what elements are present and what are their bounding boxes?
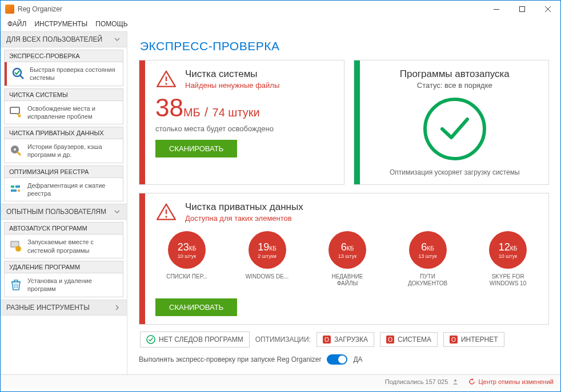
private-item-label: SKYPE FOR WINDOWS 10 xyxy=(482,273,534,287)
sidebar-group-title: ОПТИМИЗАЦИЯ РЕЕСТРА xyxy=(5,166,123,178)
sidebar-section-label: ДЛЯ ВСЕХ ПОЛЬЗОВАТЕЛЕЙ xyxy=(6,35,102,43)
cleanup-count: 74 штуки xyxy=(213,106,260,119)
statusbar: Подписались 157 025 Центр отмены изменен… xyxy=(1,374,560,388)
undo-icon xyxy=(468,378,476,386)
sidebar-item-label: Установка и удаление программ xyxy=(27,277,118,293)
sidebar-item-autostart[interactable]: Запускаемые вместе с системой программы xyxy=(5,235,123,258)
svg-point-13 xyxy=(165,83,167,84)
menu-tools[interactable]: ИНСТРУМЕНТЫ xyxy=(34,20,87,28)
express-on-launch-row: Выполнять экспресс-проверку при запуске … xyxy=(139,354,549,365)
card-title: Чистка приватных данных xyxy=(185,201,303,213)
maximize-button[interactable] xyxy=(509,1,535,18)
svg-point-15 xyxy=(165,216,167,217)
private-item-label: ПУТИ ДОКУМЕНТОВ xyxy=(402,273,454,287)
sidebar-group-autostart: АВТОЗАПУСК ПРОГРАММ Запускаемые вместе с… xyxy=(4,222,123,258)
magnifier-check-icon xyxy=(11,67,25,80)
window-controls xyxy=(483,1,560,18)
opera-icon: O xyxy=(323,336,331,343)
monitor-broom-icon xyxy=(9,106,23,119)
optimizations-label: ОПТИМИЗАЦИИ: xyxy=(255,336,311,343)
card-system-cleanup: Чистка системы Найдены ненужные файлы 38… xyxy=(139,60,344,185)
menu-help[interactable]: ПОМОЩЬ xyxy=(95,20,127,28)
private-item[interactable]: 6КБ13 штук ПУТИ ДОКУМЕНТОВ xyxy=(402,231,454,287)
svg-rect-1 xyxy=(519,7,524,12)
card-subtitle: Найдены ненужные файлы xyxy=(185,81,279,90)
sidebar-item-label: Истории браузеров, кэша программ и др. xyxy=(27,143,118,159)
close-button[interactable] xyxy=(535,1,560,18)
sidebar-item-clean[interactable]: Освобождение места и исправление проблем xyxy=(5,101,123,124)
sidebar-group-private: ЧИСТКА ПРИВАТНЫХ ДАННЫХ Истории браузеро… xyxy=(4,127,123,163)
person-icon xyxy=(452,378,459,385)
sidebar-group-title: ЭКСПРЕСС-ПРОВЕРКА xyxy=(5,50,123,62)
status-subscribers[interactable]: Подписались 157 025 xyxy=(385,378,459,385)
card-private-data: Чистка приватных данных Доступна для так… xyxy=(139,193,549,325)
svg-rect-6 xyxy=(11,185,14,188)
private-item[interactable]: 6КБ13 штук НЕДАВНИЕ ФАЙЛЫ xyxy=(322,231,373,287)
chip-opt-system[interactable]: O СИСТЕМА xyxy=(380,332,438,347)
sidebar-item-regopt[interactable]: Дефрагментация и сжатие реестра xyxy=(5,178,123,201)
sidebar-item-label: Быстрая проверка состояния системы xyxy=(30,66,118,82)
chevron-down-icon xyxy=(113,208,121,216)
sidebar-group-title: ЧИСТКА СИСТЕМЫ xyxy=(5,89,123,101)
app-icon xyxy=(5,5,14,14)
trash-icon xyxy=(9,278,23,292)
bottom-chips-row: НЕТ СЛЕДОВ ПРОГРАММ ОПТИМИЗАЦИИ: O ЗАГРУ… xyxy=(139,332,549,347)
sidebar-group-express: ЭКСПРЕСС-ПРОВЕРКА Быстрая проверка состо… xyxy=(4,50,123,86)
sidebar-item-uninstall[interactable]: Установка и удаление программ xyxy=(5,273,123,297)
svg-rect-8 xyxy=(11,189,17,192)
card-note: Оптимизация ускоряет загрузку системы xyxy=(370,168,539,176)
sidebar-section-label: ОПЫТНЫМ ПОЛЬЗОВАТЕЛЯМ xyxy=(6,208,106,216)
svg-rect-9 xyxy=(18,189,20,192)
svg-rect-0 xyxy=(494,9,499,10)
sidebar-group-title: АВТОЗАПУСК ПРОГРАММ xyxy=(5,223,123,235)
sidebar-section-expert[interactable]: ОПЫТНЫМ ПОЛЬЗОВАТЕЛЯМ xyxy=(1,204,127,220)
sidebar-group-title: УДАЛЕНИЕ ПРОГРАММ xyxy=(5,261,123,273)
sidebar-group-clean: ЧИСТКА СИСТЕМЫ Освобождение места и испр… xyxy=(4,88,123,125)
toggle-state: ДА xyxy=(353,355,362,363)
sidebar-group-title: ЧИСТКА ПРИВАТНЫХ ДАННЫХ xyxy=(5,127,123,139)
svg-rect-7 xyxy=(15,185,20,188)
app-title: Reg Organizer xyxy=(18,5,62,13)
svg-rect-3 xyxy=(10,107,19,114)
sidebar-section-label: РАЗНЫЕ ИНСТРУМЕНТЫ xyxy=(6,304,90,312)
check-circle-icon xyxy=(146,335,155,344)
card-stripe xyxy=(139,60,145,184)
chip-no-traces[interactable]: НЕТ СЛЕДОВ ПРОГРАММ xyxy=(140,332,250,347)
svg-point-2 xyxy=(13,68,21,76)
page-title: ЭКСПРЕСС-ПРОВЕРКА xyxy=(140,39,549,53)
minimize-button[interactable] xyxy=(483,1,509,18)
card-title: Чистка системы xyxy=(185,68,279,80)
sidebar-section-misc[interactable]: РАЗНЫЕ ИНСТРУМЕНТЫ xyxy=(1,300,127,316)
menu-file[interactable]: ФАЙЛ xyxy=(7,20,26,28)
private-item[interactable]: 12КБ10 штук SKYPE FOR WINDOWS 10 xyxy=(482,231,534,287)
sidebar-group-uninstall: УДАЛЕНИЕ ПРОГРАММ Установка и удаление п… xyxy=(4,261,123,297)
private-items-row: 23КБ10 штук СПИСКИ ПЕР... 19КБ2 штуки WI… xyxy=(161,231,534,287)
sidebar-item-label: Дефрагментация и сжатие реестра xyxy=(27,181,118,198)
scan-button[interactable]: СКАНИРОВАТЬ xyxy=(155,298,237,316)
chip-label: ИНТЕРНЕТ xyxy=(461,336,498,343)
toggle-switch[interactable] xyxy=(327,354,347,365)
sidebar-item-express[interactable]: Быстрая проверка состояния системы xyxy=(5,62,123,86)
cleanup-separator: / xyxy=(205,105,208,119)
chip-opt-boot[interactable]: O ЗАГРУЗКА xyxy=(316,332,374,347)
private-item-label: НЕДАВНИЕ ФАЙЛЫ xyxy=(322,273,373,287)
svg-point-17 xyxy=(454,379,456,381)
sidebar-section-all-users[interactable]: ДЛЯ ВСЕХ ПОЛЬЗОВАТЕЛЕЙ xyxy=(1,31,127,47)
toggle-label: Выполнять экспресс-проверку при запуске … xyxy=(139,355,321,363)
chip-opt-internet[interactable]: O ИНТЕРНЕТ xyxy=(443,332,504,347)
private-item[interactable]: 19КБ2 штуки WINDOWS DE... xyxy=(242,231,293,287)
chip-label: СИСТЕМА xyxy=(398,336,431,343)
private-item[interactable]: 23КБ10 штук СПИСКИ ПЕР... xyxy=(161,231,213,287)
sidebar: ДЛЯ ВСЕХ ПОЛЬЗОВАТЕЛЕЙ ЭКСПРЕСС-ПРОВЕРКА… xyxy=(1,31,127,374)
private-item-label: СПИСКИ ПЕР... xyxy=(161,273,213,280)
private-item-label: WINDOWS DE... xyxy=(242,273,293,280)
scan-button[interactable]: СКАНИРОВАТЬ xyxy=(155,140,237,157)
sidebar-item-private[interactable]: Истории браузеров, кэша программ и др. xyxy=(5,139,123,163)
warning-icon xyxy=(155,68,177,90)
cleanup-size-value: 38 xyxy=(155,94,183,122)
disc-broom-icon xyxy=(9,144,23,157)
chip-label: НЕТ СЛЕДОВ ПРОГРАММ xyxy=(159,336,243,343)
status-undo-center[interactable]: Центр отмены изменений xyxy=(468,378,554,386)
sidebar-item-label: Освобождение места и исправление проблем xyxy=(27,104,118,121)
opera-icon: O xyxy=(450,336,458,343)
